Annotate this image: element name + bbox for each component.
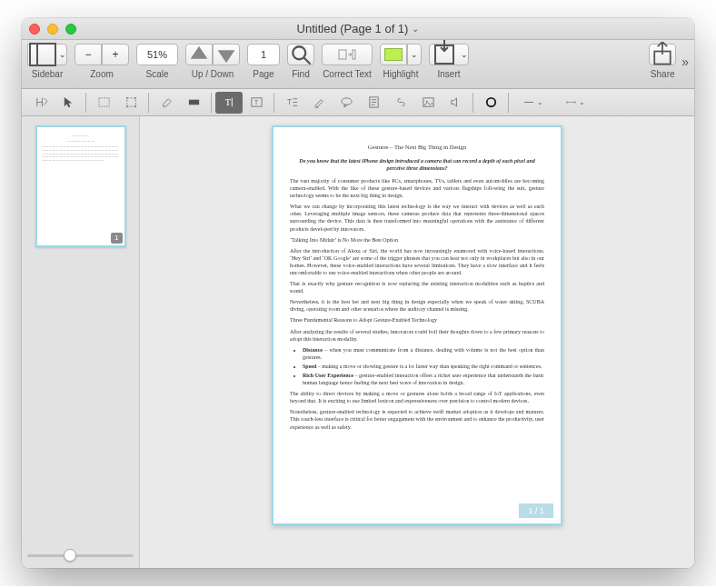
page-viewport[interactable]: Gestures – The Next Big Thing in Design … <box>140 116 694 568</box>
text-select-tool[interactable] <box>27 92 55 114</box>
correct-label: Correct Text <box>323 69 372 79</box>
find-button[interactable] <box>287 44 314 65</box>
page-group: Page <box>247 44 280 79</box>
sidebar-icon <box>28 40 57 69</box>
doc-paragraph: The vast majority of consumer products l… <box>290 177 544 199</box>
zoom-in-button[interactable]: + <box>102 44 129 65</box>
doc-paragraph: Nevertheless, it is the best bet and nex… <box>290 298 544 313</box>
crop-tool[interactable] <box>117 92 144 114</box>
image-tool[interactable] <box>414 92 442 114</box>
insert-button[interactable]: ⌄ <box>429 44 469 65</box>
find-group: Find <box>287 44 314 79</box>
list-item: Speed – making a move or showing gesture… <box>303 363 544 370</box>
sidebar-label: Sidebar <box>32 69 63 79</box>
thumbnail-sidebar: — — — — — — — — — — — — — — — — — — — — … <box>22 116 140 568</box>
updown-group: Up / Down <box>185 44 240 79</box>
titlebar: Untitled (Page 1 of 1) ⌄ <box>22 18 694 40</box>
doc-subheading: ‘Talking Into Midair’ is No More the Bes… <box>290 236 544 244</box>
highlight-group: ⌄ Highlight <box>380 44 422 79</box>
highlighter-tool[interactable] <box>305 92 333 114</box>
doc-title: Gestures – The Next Big Thing in Design <box>290 144 544 152</box>
share-icon <box>650 42 675 67</box>
scale-input[interactable] <box>136 44 178 65</box>
arrow-down-icon <box>214 42 239 67</box>
svg-point-15 <box>134 105 136 107</box>
doc-paragraph: What we can change by incorporating this… <box>290 203 544 232</box>
area-select-tool[interactable] <box>90 92 117 114</box>
insert-group: ⌄ Insert <box>429 44 469 79</box>
highlight-color-swatch <box>384 48 403 61</box>
arrow-up-icon <box>186 42 212 67</box>
svg-point-13 <box>134 97 136 99</box>
zoom-window-button[interactable] <box>65 24 76 35</box>
chevron-down-icon: ⌄ <box>412 24 419 34</box>
svg-text:T: T <box>224 97 231 107</box>
highlight-button[interactable] <box>380 44 407 65</box>
page-label: Page <box>253 69 273 79</box>
doc-paragraph: After analyzing the results of several s… <box>290 328 544 343</box>
page-footer-indicator: 1 / 1 <box>519 503 553 518</box>
page-down-button[interactable] <box>213 44 240 65</box>
content-area: — — — — — — — — — — — — — — — — — — — — … <box>22 116 694 568</box>
svg-rect-16 <box>188 100 198 105</box>
find-label: Find <box>292 69 309 79</box>
text-tool[interactable]: T <box>215 92 243 114</box>
window-title-text: Untitled (Page 1 of 1) <box>297 22 409 35</box>
chevron-down-icon: ⌄ <box>537 98 543 106</box>
thumbnail-size-slider[interactable] <box>27 548 134 563</box>
sidebar-toggle-button[interactable]: ⌄ <box>27 44 67 65</box>
text-style-tool[interactable]: T <box>278 92 305 114</box>
page-up-button[interactable] <box>185 44 213 65</box>
svg-point-2 <box>293 46 305 59</box>
svg-line-3 <box>304 58 311 65</box>
chevron-down-icon: ⌄ <box>579 98 585 106</box>
line-style-tool[interactable]: ⌄ <box>512 92 554 114</box>
svg-rect-0 <box>30 44 55 65</box>
share-group: Share <box>649 44 676 79</box>
window-title[interactable]: Untitled (Page 1 of 1) ⌄ <box>22 22 694 35</box>
search-icon <box>288 42 313 67</box>
svg-rect-4 <box>339 50 346 59</box>
comment-tool[interactable] <box>333 92 360 114</box>
thumbnail-page-number: 1 <box>111 233 122 244</box>
highlight-dropdown-button[interactable]: ⌄ <box>407 44 422 65</box>
svg-point-33 <box>486 98 494 106</box>
svg-point-14 <box>125 105 127 107</box>
erase-tool[interactable] <box>153 92 180 114</box>
note-tool[interactable] <box>360 92 387 114</box>
sidebar-group: ⌄ Sidebar <box>27 44 67 79</box>
svg-rect-11 <box>126 98 134 106</box>
share-button[interactable] <box>649 44 676 65</box>
text-box-tool[interactable]: T <box>243 92 270 114</box>
correct-text-icon <box>338 48 356 61</box>
svg-text:T: T <box>254 98 258 106</box>
line-endings-tool[interactable]: ⌄ <box>554 92 596 114</box>
svg-rect-10 <box>98 98 108 106</box>
pointer-tool[interactable] <box>55 92 82 114</box>
doc-paragraph: After the introduction of Alexa or Siri,… <box>290 247 544 276</box>
page-thumbnail[interactable]: — — — — — — — — — — — — — — — — — — — — … <box>35 125 126 247</box>
document-page[interactable]: Gestures – The Next Big Thing in Design … <box>272 125 562 525</box>
highlight-label: Highlight <box>383 69 419 79</box>
close-window-button[interactable] <box>29 24 40 35</box>
zoom-out-button[interactable]: − <box>75 44 102 65</box>
annotation-toolbar: T T T ⌄ ⌄ <box>22 89 694 116</box>
correct-group: Correct Text <box>322 44 373 79</box>
doc-paragraph: That is exactly why gesture recognition … <box>290 280 544 294</box>
doc-subheading: Three Fundamental Reasons to Adopt Gestu… <box>290 316 544 324</box>
insert-icon <box>430 40 459 69</box>
scale-label: Scale <box>145 69 168 79</box>
sound-tool[interactable] <box>442 92 469 114</box>
toolbar-overflow-button[interactable]: » <box>681 55 689 69</box>
link-tool[interactable] <box>387 92 414 114</box>
page-input[interactable] <box>247 44 280 65</box>
svg-text:T: T <box>286 97 291 106</box>
correct-text-button[interactable] <box>322 44 373 65</box>
share-label: Share <box>651 69 675 79</box>
minimize-window-button[interactable] <box>47 24 58 35</box>
redact-tool[interactable] <box>180 92 207 114</box>
shape-tool[interactable] <box>477 92 504 114</box>
window-controls <box>29 24 76 35</box>
svg-rect-5 <box>353 50 355 59</box>
svg-point-12 <box>125 97 127 99</box>
